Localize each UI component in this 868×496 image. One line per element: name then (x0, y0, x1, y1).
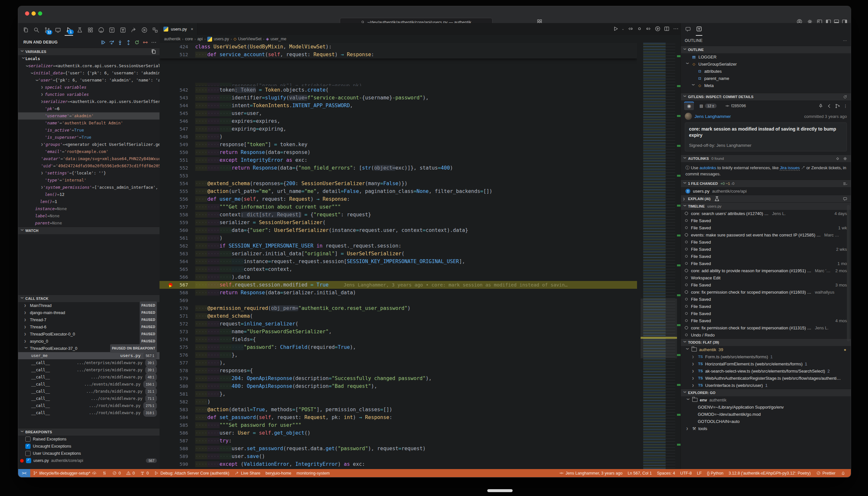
timeline-item[interactable]: Undo / Redo (681, 331, 851, 339)
timeline-item[interactable]: Workspace Edit (681, 274, 851, 281)
code-line[interactable]: 560············data={"user": UserSelfSer… (159, 227, 637, 234)
minimap[interactable] (640, 43, 677, 469)
thread-row[interactable]: ❯Thread-6PAUSED (18, 324, 159, 331)
timeline-item[interactable]: File Saved (681, 296, 851, 303)
code-line[interactable]: 548········) (159, 133, 637, 141)
code-line[interactable]: 551········except IntegrityError as exc: (159, 156, 637, 164)
stack-frame-row[interactable]: __call__.../root/middleware.py318:1 (18, 409, 159, 416)
activity-testing-icon[interactable] (75, 25, 84, 35)
timeline-item[interactable]: File Saved (681, 217, 851, 224)
timeline-item[interactable]: File Saved (681, 310, 851, 317)
variable-row[interactable]: ❯'groups' = <generator object UserSelfSe… (18, 141, 159, 148)
code-line[interactable]: 555····@action(url_path="me", url_name="… (159, 187, 637, 195)
variable-row[interactable]: ❯'system_permissions' = ['access_admin_i… (18, 184, 159, 191)
status-monitoring[interactable]: monitoring-system (294, 469, 332, 477)
minimap-slider[interactable] (640, 298, 677, 358)
next-change-icon[interactable] (646, 26, 652, 32)
variable-row[interactable]: instance = None (18, 205, 159, 213)
todo-file-row[interactable]: ❯TSWebAuthnAuthenticatorRegisterStage.ts… (681, 374, 851, 382)
outline-item-UserGroupSerializer[interactable]: ❯◇UserGroupSerializer (681, 60, 851, 67)
variable-row[interactable]: 'type' = 'internal' (18, 177, 159, 184)
previous-change-icon[interactable] (627, 26, 634, 32)
todo-file-row[interactable]: ❯TSHorizontalFormElement.ts (web/src/ele… (681, 360, 851, 367)
breadcrumb[interactable]: authentik›core›api›users.py›◇UserViewSet… (159, 35, 681, 43)
thread-row[interactable]: ❯ThreadPoolExecutor-0_0PAUSED (18, 331, 159, 338)
status-compare-changes[interactable] (99, 469, 109, 477)
collapse-all-icon[interactable] (151, 48, 157, 55)
changed-file-row[interactable]: ± users.py authentik/core/api (681, 187, 851, 195)
view-options-icon[interactable] (843, 181, 848, 186)
code-line[interactable]: 569 (159, 297, 637, 304)
variable-row[interactable]: ❯serializer = <authentik.core.api.users.… (18, 98, 159, 105)
explain-ai-section-header[interactable]: ❯EXPLAIN (AI) (681, 195, 851, 202)
stack-frame-row[interactable]: __call__.../root/middleware.py275:1 (18, 402, 159, 409)
status-host[interactable]: beryjuio-home (263, 469, 294, 477)
code-line[interactable]: 581········}, (159, 390, 637, 398)
status-eol[interactable]: LF (695, 469, 704, 477)
todo-file-row[interactable]: ❯TSForm.ts (web/src/elements/forms)1 (681, 353, 851, 360)
kebab-icon[interactable]: ⋮ (843, 104, 848, 108)
minimize-window-button[interactable] (31, 11, 36, 16)
code-line[interactable]: 557········"""Get information about curr… (159, 203, 637, 211)
go-env-row[interactable]: ❯ env authentik (681, 396, 851, 403)
more-icon[interactable] (151, 39, 157, 45)
activity-github-icon[interactable] (97, 25, 106, 35)
explorer-go-section-header[interactable]: ❯EXPLORER: GO (681, 389, 851, 396)
stack-frame-row[interactable]: __call__.../enterprise/middleware.py39:1 (18, 359, 159, 367)
variable-row[interactable]: 'is_superuser' = True (18, 134, 159, 141)
status-language-mode[interactable]: {} Python (704, 469, 726, 477)
code-line[interactable]: 584····def set_password(self, request: R… (159, 414, 637, 421)
close-window-button[interactable] (25, 11, 29, 16)
code-line[interactable]: 582····) (159, 398, 637, 406)
stack-frame-row[interactable]: __call__.../enterprise/middleware.py39:1 (18, 367, 159, 374)
run-dropdown-icon[interactable]: ⌄ (622, 27, 624, 31)
tab-stashes[interactable]: ▤12 ± (697, 102, 719, 110)
status-notifications[interactable] (838, 469, 848, 477)
commit-author-row[interactable]: Jens Langhammer committed 3 years ago (681, 111, 851, 121)
code-line[interactable]: 565················context=context, (159, 265, 637, 273)
code-line[interactable]: 588············user.set_password(request… (159, 445, 637, 452)
tab-commit-sha[interactable]: f285096 (722, 102, 749, 110)
code-line[interactable]: 576············}, (159, 351, 637, 359)
step-into-icon[interactable] (117, 39, 123, 45)
call-stack-section-header[interactable]: ❯CALL STACK (18, 295, 159, 302)
timeline-item[interactable]: File Saved1 mo (681, 260, 851, 267)
variable-row[interactable]: ❯'settings' = {'locale': ''} (18, 170, 159, 177)
status-blame[interactable]: Jens Langhammer, 3 years ago (557, 469, 625, 477)
timeline-item[interactable]: File Saved2 wks (681, 246, 851, 253)
breakpoint-row[interactable]: users.pyauthentik/core/api567 (18, 457, 159, 464)
activity-search-icon[interactable] (32, 25, 41, 35)
code-line[interactable]: 552············return Response(data={"no… (159, 164, 637, 172)
activity-gitlens-icon[interactable] (108, 25, 116, 35)
code-line[interactable]: 590········except (ValidationError, Inte… (159, 460, 637, 468)
code-line[interactable]: 586········user: User = self.get_object(… (159, 429, 637, 437)
variable-row[interactable]: 'name' = 'authentik Default Admin' (18, 120, 159, 127)
variable-row[interactable]: ❯special variables (18, 84, 159, 91)
code-line[interactable]: 558········context: dict[str, Request] =… (159, 211, 637, 219)
tab-chat[interactable] (685, 23, 691, 35)
code-line[interactable]: 561········) (159, 234, 637, 242)
breadcrumb-item[interactable]: UserViewSet (238, 37, 262, 41)
code-line[interactable]: 573············name="UserPasswordSetSeri… (159, 328, 637, 336)
status-debug-target[interactable]: Debug: Attach Server Core (authentik) (151, 469, 232, 477)
code-line[interactable]: 571····@extend_schema( (159, 312, 637, 320)
split-editor-icon[interactable] (664, 26, 670, 32)
variable-row[interactable]: 'pk' = 6 (18, 105, 159, 112)
step-over-icon[interactable] (108, 39, 115, 45)
code-line[interactable]: 575················"password": CharField… (159, 343, 637, 351)
refresh-icon[interactable] (843, 94, 848, 99)
thread-row[interactable]: ❯Thread-7PAUSED (18, 316, 159, 324)
status-prettier[interactable]: Prettier (813, 469, 838, 477)
close-tab-icon[interactable]: × (191, 27, 193, 31)
author-link[interactable]: Jens Langhammer (695, 114, 731, 119)
scrollbar[interactable] (847, 205, 850, 341)
outline-item-Meta[interactable]: ❯◇Meta (681, 82, 851, 89)
gear-icon[interactable] (843, 156, 848, 161)
variable-row[interactable]: ❯serializer = <authentik.core.api.users.… (18, 62, 159, 69)
status-indentation[interactable]: Spaces: 4 (654, 469, 678, 477)
code-line[interactable]: 547············expiring=expiring, (159, 125, 637, 133)
timeline-item[interactable]: core: fix permission check for scoped im… (681, 324, 851, 331)
more-actions-icon[interactable] (673, 26, 679, 32)
timeline-item[interactable]: File Saved (681, 238, 851, 246)
thread-row[interactable]: ❯ThreadPoolExecutor-37_0PAUSED ON BREAKP… (18, 345, 159, 352)
